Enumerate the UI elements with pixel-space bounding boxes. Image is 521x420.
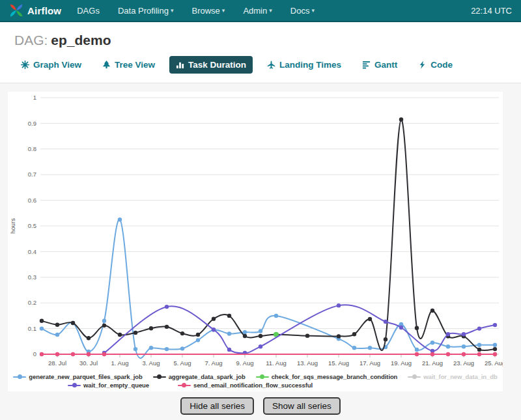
task-duration-chart[interactable]: 00.10.20.30.40.50.60.70.80.91hours28. Ju…	[8, 92, 503, 371]
data-point-aggregate-data-spark-job[interactable]	[399, 117, 403, 121]
data-point-send-email-notification-flow-successful[interactable]	[430, 352, 434, 356]
data-point-generate-new-parquet-files-spark-job[interactable]	[415, 348, 419, 352]
data-point-generate-new-parquet-files-spark-job[interactable]	[274, 314, 278, 318]
data-point-send-email-notification-flow-successful[interactable]	[87, 352, 91, 356]
data-point-generate-new-parquet-files-spark-job[interactable]	[446, 344, 450, 348]
data-point-aggregate-data-spark-job[interactable]	[337, 334, 341, 338]
airflow-brand[interactable]: Airflow	[9, 3, 61, 18]
legend-label: wait_for_new_data_in_db	[423, 373, 497, 380]
hide-all-series-button[interactable]: Hide all series	[180, 397, 254, 415]
data-point-generate-new-parquet-files-spark-job[interactable]	[243, 330, 247, 334]
data-point-generate-new-parquet-files-spark-job[interactable]	[196, 338, 200, 342]
legend-marker-icon	[68, 383, 81, 388]
nav-item-admin[interactable]: Admin▾	[243, 6, 272, 16]
data-point-aggregate-data-spark-job[interactable]	[477, 348, 481, 352]
x-tick-label: 25. Aug	[485, 359, 503, 367]
data-point-send-email-notification-flow-successful[interactable]	[493, 352, 497, 356]
tab-task-duration[interactable]: Task Duration	[169, 56, 253, 74]
data-point-wait-for-empty-queue[interactable]	[337, 303, 341, 307]
data-point-send-email-notification-flow-successful[interactable]	[71, 352, 75, 356]
tab-graph-view[interactable]: Graph View	[14, 56, 88, 74]
y-tick-label: 0.6	[28, 197, 36, 204]
data-point-generate-new-parquet-files-spark-job[interactable]	[102, 319, 106, 323]
data-point-aggregate-data-spark-job[interactable]	[118, 333, 122, 337]
data-point-aggregate-data-spark-job[interactable]	[493, 347, 497, 351]
data-point-generate-new-parquet-files-spark-job[interactable]	[149, 346, 153, 350]
data-point-send-email-notification-flow-successful[interactable]	[102, 352, 106, 356]
legend-item-wait-for-empty-queue[interactable]: wait_for_empty_queue	[68, 382, 149, 389]
legend-item-aggregate-data-spark-job[interactable]: aggregate_data_spark_job	[153, 373, 246, 380]
data-point-aggregate-data-spark-job[interactable]	[55, 322, 59, 326]
data-point-wait-for-empty-queue[interactable]	[477, 326, 481, 330]
data-point-generate-new-parquet-files-spark-job[interactable]	[352, 346, 356, 350]
series-line-generate-new-parquet-files-spark-job[interactable]	[42, 219, 495, 358]
data-point-aggregate-data-spark-job[interactable]	[243, 334, 247, 338]
data-point-wait-for-empty-queue[interactable]	[384, 320, 387, 324]
data-point-aggregate-data-spark-job[interactable]	[212, 316, 216, 320]
series-line-wait-for-empty-queue[interactable]	[104, 305, 495, 353]
data-point-aggregate-data-spark-job[interactable]	[87, 336, 91, 340]
data-point-generate-new-parquet-files-spark-job[interactable]	[40, 326, 44, 330]
data-point-send-email-notification-flow-successful[interactable]	[462, 352, 466, 356]
data-point-wait-for-empty-queue[interactable]	[493, 323, 497, 327]
data-point-generate-new-parquet-files-spark-job[interactable]	[477, 343, 481, 347]
tab-gantt[interactable]: Gantt	[356, 56, 404, 74]
data-point-generate-new-parquet-files-spark-job[interactable]	[430, 341, 434, 344]
data-point-generate-new-parquet-files-spark-job[interactable]	[462, 344, 466, 348]
data-point-generate-new-parquet-files-spark-job[interactable]	[180, 346, 184, 350]
data-point-send-email-notification-flow-successful[interactable]	[477, 352, 481, 356]
data-point-aggregate-data-spark-job[interactable]	[384, 337, 387, 341]
legend-item-wait-for-new-data-in-db[interactable]: wait_for_new_data_in_db	[408, 373, 497, 380]
nav-item-docs[interactable]: Docs▾	[290, 6, 315, 16]
bolt-icon	[418, 61, 427, 69]
data-point-send-email-notification-flow-successful[interactable]	[446, 352, 450, 356]
data-point-send-email-notification-flow-successful[interactable]	[415, 352, 419, 356]
series-line-aggregate-data-spark-job[interactable]	[42, 119, 495, 350]
legend-item-generate-new-parquet-files-spark-job[interactable]: generate_new_parquet_files_spark_job	[13, 373, 142, 380]
legend-item-check-for-sqs-message-branch-condition[interactable]: check_for_sqs_message_branch_condition	[256, 373, 398, 380]
data-point-generate-new-parquet-files-spark-job[interactable]	[368, 346, 372, 350]
data-point-aggregate-data-spark-job[interactable]	[149, 326, 153, 330]
y-axis-title: hours	[9, 218, 16, 234]
data-point-wait-for-empty-queue[interactable]	[259, 344, 262, 348]
data-point-aggregate-data-spark-job[interactable]	[352, 332, 356, 336]
data-point-generate-new-parquet-files-spark-job[interactable]	[55, 333, 59, 337]
data-point-aggregate-data-spark-job[interactable]	[134, 331, 137, 335]
data-point-wait-for-empty-queue[interactable]	[446, 332, 450, 336]
data-point-send-email-notification-flow-successful[interactable]	[55, 352, 59, 356]
data-point-generate-new-parquet-files-spark-job[interactable]	[118, 217, 122, 221]
data-point-wait-for-empty-queue[interactable]	[399, 326, 403, 329]
data-point-wait-for-empty-queue[interactable]	[212, 328, 216, 331]
data-point-aggregate-data-spark-job[interactable]	[71, 321, 75, 325]
data-point-aggregate-data-spark-job[interactable]	[368, 317, 372, 321]
data-point-aggregate-data-spark-job[interactable]	[430, 309, 434, 313]
nav-item-browse[interactable]: Browse▾	[191, 6, 225, 16]
data-point-wait-for-empty-queue[interactable]	[165, 305, 169, 309]
data-point-aggregate-data-spark-job[interactable]	[102, 324, 106, 328]
legend-label: check_for_sqs_message_branch_condition	[272, 373, 398, 380]
nav-item-dags[interactable]: DAGs	[77, 6, 100, 16]
data-point-wait-for-empty-queue[interactable]	[227, 348, 231, 352]
data-point-aggregate-data-spark-job[interactable]	[415, 326, 419, 330]
data-point-generate-new-parquet-files-spark-job[interactable]	[259, 329, 262, 333]
nav-item-data-profiling[interactable]: Data Profiling▾	[118, 6, 174, 16]
data-point-aggregate-data-spark-job[interactable]	[165, 325, 169, 329]
data-point-aggregate-data-spark-job[interactable]	[305, 333, 309, 337]
show-all-series-button[interactable]: Show all series	[263, 397, 341, 415]
data-point-generate-new-parquet-files-spark-job[interactable]	[165, 347, 169, 351]
data-point-aggregate-data-spark-job[interactable]	[40, 319, 44, 323]
data-point-aggregate-data-spark-job[interactable]	[259, 334, 262, 338]
legend-item-send-email-notification-flow-successful[interactable]: send_email_notification_flow_successful	[178, 382, 313, 389]
data-point-generate-new-parquet-files-spark-job[interactable]	[493, 343, 497, 347]
data-point-generate-new-parquet-files-spark-job[interactable]	[134, 347, 137, 351]
data-point-send-email-notification-flow-successful[interactable]	[40, 352, 44, 356]
data-point-aggregate-data-spark-job[interactable]	[180, 331, 184, 335]
tab-tree-view[interactable]: Tree View	[96, 56, 162, 74]
data-point-aggregate-data-spark-job[interactable]	[196, 333, 200, 337]
x-tick-label: 23. Aug	[453, 359, 474, 367]
tab-code[interactable]: Code	[412, 56, 459, 74]
data-point-wait-for-empty-queue[interactable]	[462, 332, 466, 336]
data-point-generate-new-parquet-files-spark-job[interactable]	[227, 331, 231, 335]
data-point-aggregate-data-spark-job[interactable]	[227, 314, 231, 318]
tab-landing-times[interactable]: Landing Times	[260, 56, 348, 74]
